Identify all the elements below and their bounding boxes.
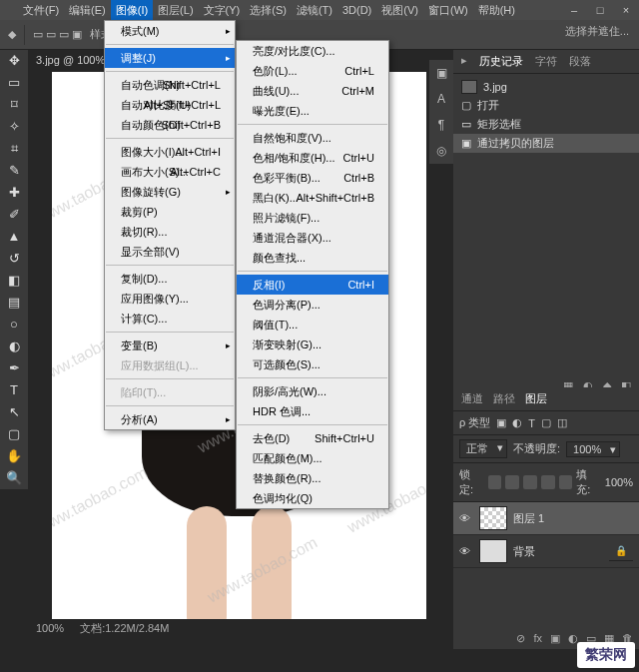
- menu-window[interactable]: 窗口(W): [423, 0, 473, 20]
- image-menu-item-8[interactable]: 裁切(R)...: [105, 222, 235, 242]
- tool-blur[interactable]: ○: [0, 314, 28, 336]
- tool-brush[interactable]: ✐: [0, 204, 28, 226]
- menu-filter[interactable]: 滤镜(T): [292, 0, 337, 20]
- panel-icon-libraries[interactable]: ◎: [429, 138, 453, 164]
- adjust-menu-item-20[interactable]: HDR 色调...: [237, 401, 388, 421]
- lock-position-icon[interactable]: [523, 475, 537, 489]
- move-opts-icons[interactable]: ▭ ▭ ▭ ▣: [33, 28, 82, 41]
- tool-dodge[interactable]: ◐: [0, 336, 28, 357]
- menu-item-adjustments[interactable]: 调整(J): [105, 48, 235, 68]
- tool-crop[interactable]: ⌗: [0, 138, 28, 160]
- adjust-menu-item-19[interactable]: 阴影/高光(W)...: [237, 381, 388, 401]
- tool-lasso[interactable]: ⌑: [0, 94, 28, 116]
- tab-paths[interactable]: 路径: [493, 391, 515, 406]
- image-menu-item-6[interactable]: 图像旋转(G): [105, 182, 235, 202]
- history-step[interactable]: ▭矩形选框: [453, 115, 639, 134]
- layer-mask-icon[interactable]: ▣: [550, 632, 560, 645]
- link-layers-icon[interactable]: ⊘: [516, 632, 525, 645]
- layer-thumbnail[interactable]: [479, 539, 507, 563]
- tab-paragraph[interactable]: 段落: [569, 54, 591, 69]
- adjust-menu-item-10[interactable]: 通道混合器(X)...: [237, 228, 388, 248]
- image-menu-item-20[interactable]: 分析(A): [105, 409, 235, 429]
- tool-pen[interactable]: ✒: [0, 357, 28, 379]
- tab-channels[interactable]: 通道: [461, 391, 483, 406]
- zoom-level[interactable]: 100%: [36, 622, 64, 634]
- tool-marquee[interactable]: ▭: [0, 72, 28, 94]
- menu-view[interactable]: 视图(V): [376, 0, 423, 20]
- adjust-menu-item-6[interactable]: 色相/饱和度(H)...Ctrl+U: [237, 148, 388, 168]
- tool-history-brush[interactable]: ↺: [0, 248, 28, 270]
- adjust-menu-item-2[interactable]: 曲线(U)...Ctrl+M: [237, 81, 388, 101]
- filter-smart-icon[interactable]: ◫: [557, 416, 567, 429]
- adjust-menu-item-17[interactable]: 可选颜色(S)...: [237, 354, 388, 374]
- adjust-menu-item-9[interactable]: 照片滤镜(F)...: [237, 208, 388, 228]
- panel-icon-history[interactable]: ▣: [429, 60, 453, 86]
- visibility-icon[interactable]: 👁: [459, 545, 473, 557]
- panel-icon-char[interactable]: A: [429, 86, 453, 112]
- image-menu-item-15[interactable]: 变量(B): [105, 336, 235, 355]
- tool-wand[interactable]: ✧: [0, 116, 28, 138]
- tool-shape[interactable]: ▢: [0, 423, 28, 445]
- tool-type[interactable]: T: [0, 379, 28, 401]
- image-menu-item-5[interactable]: 画布大小(S)...Alt+Ctrl+C: [105, 162, 235, 182]
- window-minimize[interactable]: –: [561, 0, 587, 20]
- adjust-menu-item-23[interactable]: 匹配颜色(M)...: [237, 448, 388, 468]
- image-menu-item-11[interactable]: 复制(D)...: [105, 269, 235, 289]
- image-menu-item-13[interactable]: 计算(C)...: [105, 309, 235, 329]
- layer-thumbnail[interactable]: [479, 506, 507, 530]
- adjust-menu-item-22[interactable]: 去色(D)Shift+Ctrl+U: [237, 428, 388, 448]
- adjust-menu-item-7[interactable]: 色彩平衡(B)...Ctrl+B: [237, 168, 388, 188]
- tool-path[interactable]: ↖: [0, 401, 28, 423]
- image-menu-item-12[interactable]: 应用图像(Y)...: [105, 289, 235, 309]
- filter-shape-icon[interactable]: ▢: [541, 416, 551, 429]
- menu-select[interactable]: 选择(S): [245, 0, 292, 20]
- tool-stamp[interactable]: ▲: [0, 226, 28, 248]
- adjust-menu-item-13[interactable]: 反相(I)Ctrl+I: [237, 275, 388, 295]
- visibility-icon[interactable]: 👁: [459, 512, 473, 524]
- adjust-menu-item-15[interactable]: 阈值(T)...: [237, 315, 388, 335]
- tool-eyedropper[interactable]: ✎: [0, 160, 28, 182]
- filter-type-icon[interactable]: T: [528, 417, 535, 429]
- lock-all-icon[interactable]: [559, 475, 573, 489]
- tool-gradient[interactable]: ▤: [0, 292, 28, 314]
- menu-image[interactable]: 图像(I): [111, 0, 153, 20]
- history-snapshot[interactable]: 3.jpg: [453, 78, 639, 96]
- layer-fx-icon[interactable]: fx: [533, 632, 542, 645]
- adjust-menu-item-14[interactable]: 色调分离(P)...: [237, 295, 388, 315]
- tool-hand[interactable]: ✋: [0, 445, 28, 467]
- select-and-mask-button[interactable]: 选择并遮住...: [565, 24, 629, 39]
- tab-history[interactable]: 历史记录: [479, 54, 523, 69]
- tool-eraser[interactable]: ◧: [0, 270, 28, 292]
- menu-file[interactable]: 文件(F): [18, 0, 64, 20]
- adjust-menu-item-3[interactable]: 曝光度(E)...: [237, 101, 388, 121]
- lock-artboard-icon[interactable]: [541, 475, 555, 489]
- adjust-menu-item-5[interactable]: 自然饱和度(V)...: [237, 128, 388, 148]
- adjust-menu-item-1[interactable]: 色阶(L)...Ctrl+L: [237, 61, 388, 81]
- filter-adjust-icon[interactable]: ◐: [512, 416, 522, 429]
- layer-name[interactable]: 背景: [513, 544, 535, 559]
- image-menu-item-7[interactable]: 裁剪(P): [105, 202, 235, 222]
- history-step[interactable]: ▢打开: [453, 96, 639, 115]
- lock-pixels-icon[interactable]: [505, 475, 519, 489]
- menu-item-mode[interactable]: 模式(M): [105, 21, 235, 41]
- window-restore[interactable]: □: [587, 0, 613, 20]
- image-menu-item-9[interactable]: 显示全部(V): [105, 242, 235, 262]
- menu-3d[interactable]: 3D(D): [337, 0, 376, 20]
- adjust-menu-item-0[interactable]: 亮度/对比度(C)...: [237, 41, 388, 61]
- window-close[interactable]: ×: [613, 0, 639, 20]
- opacity-value[interactable]: 100%: [566, 441, 620, 457]
- lock-transparent-icon[interactable]: [488, 475, 502, 489]
- blend-mode-select[interactable]: 正常: [459, 439, 507, 458]
- adjust-menu-item-8[interactable]: 黑白(K)...Alt+Shift+Ctrl+B: [237, 188, 388, 208]
- panel-icon-para[interactable]: ¶: [429, 112, 453, 138]
- image-menu-item-1[interactable]: 自动对比度(U)Alt+Shift+Ctrl+L: [105, 95, 235, 115]
- adjust-menu-item-24[interactable]: 替换颜色(R)...: [237, 468, 388, 488]
- history-step[interactable]: ▣通过拷贝的图层: [453, 134, 639, 153]
- layer-row[interactable]: 👁 背景 🔒: [453, 535, 639, 568]
- filter-pixel-icon[interactable]: ▣: [496, 416, 506, 429]
- adjust-menu-item-16[interactable]: 渐变映射(G)...: [237, 335, 388, 354]
- tab-layers[interactable]: 图层: [525, 391, 547, 406]
- image-menu-item-0[interactable]: 自动色调(N)Shift+Ctrl+L: [105, 75, 235, 95]
- tool-zoom[interactable]: 🔍: [0, 467, 28, 489]
- adjust-menu-item-11[interactable]: 颜色查找...: [237, 248, 388, 268]
